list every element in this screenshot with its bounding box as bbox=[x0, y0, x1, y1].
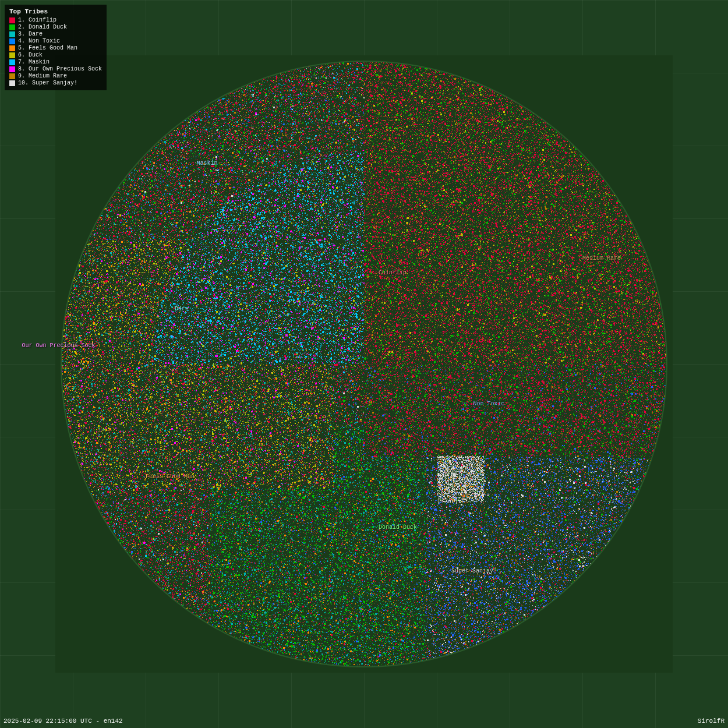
legend-color-swatch bbox=[9, 80, 15, 86]
legend-color-swatch bbox=[9, 17, 15, 23]
legend-item-label: 1. Coinflip bbox=[18, 17, 56, 23]
legend-color-swatch bbox=[9, 45, 15, 51]
watermark: SirolfR bbox=[698, 718, 725, 725]
legend-item: 9. Medium Rare bbox=[9, 73, 102, 79]
legend-color-swatch bbox=[9, 24, 15, 30]
legend-item-label: 9. Medium Rare bbox=[18, 73, 67, 79]
legend-item-label: 4. Non Toxic bbox=[18, 38, 60, 44]
legend-item-label: 8. Our Own Precious Sock bbox=[18, 66, 102, 72]
legend-item-label: 5. Feels Good Man bbox=[18, 45, 77, 51]
legend-color-swatch bbox=[9, 59, 15, 65]
legend-item: 4. Non Toxic bbox=[9, 38, 102, 44]
legend-item: 7. Maskin bbox=[9, 59, 102, 65]
legend-color-swatch bbox=[9, 73, 15, 79]
legend-items: 1. Coinflip 2. Donald Duck 3. Dare 4. No… bbox=[9, 17, 102, 86]
legend-item-label: 3. Dare bbox=[18, 31, 43, 37]
legend-item: 2. Donald Duck bbox=[9, 24, 102, 30]
legend: Top Tribes 1. Coinflip 2. Donald Duck 3.… bbox=[5, 5, 107, 90]
legend-item: 3. Dare bbox=[9, 31, 102, 37]
legend-item-label: 7. Maskin bbox=[18, 59, 50, 65]
legend-color-swatch bbox=[9, 66, 15, 72]
main-container: Maskin Coinflip Dare Our Own Precious So… bbox=[0, 0, 728, 728]
legend-item: 8. Our Own Precious Sock bbox=[9, 66, 102, 72]
map-canvas bbox=[55, 55, 673, 673]
legend-item: 10. Super Sanjay! bbox=[9, 80, 102, 86]
legend-item: 5. Feels Good Man bbox=[9, 45, 102, 51]
legend-color-swatch bbox=[9, 52, 15, 58]
legend-color-swatch bbox=[9, 31, 15, 37]
legend-item-label: 6. Duck bbox=[18, 52, 43, 58]
legend-color-swatch bbox=[9, 38, 15, 44]
legend-item-label: 2. Donald Duck bbox=[18, 24, 67, 30]
timestamp: 2025-02-09 22:15:00 UTC - en142 bbox=[3, 718, 123, 725]
legend-title: Top Tribes bbox=[9, 8, 102, 15]
legend-item: 1. Coinflip bbox=[9, 17, 102, 23]
legend-item: 6. Duck bbox=[9, 52, 102, 58]
legend-item-label: 10. Super Sanjay! bbox=[18, 80, 77, 86]
